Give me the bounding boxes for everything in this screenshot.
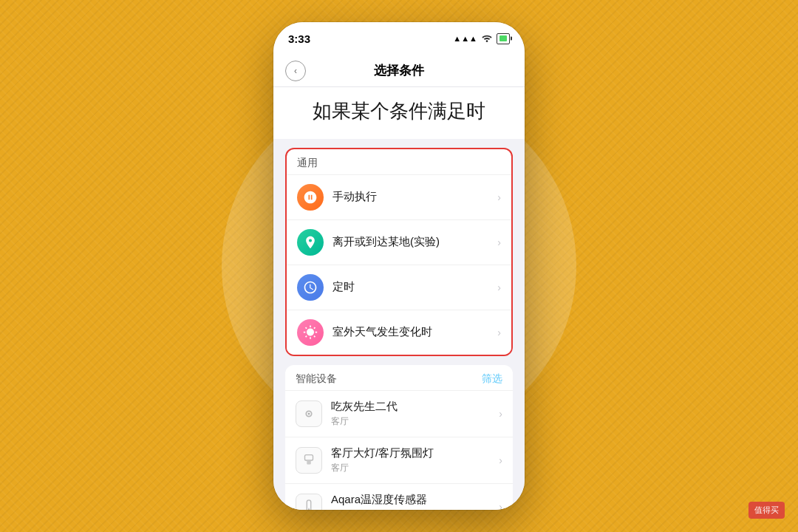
air-purifier-name: 吃灰先生二代 [331, 400, 499, 414]
manual-execute-icon [297, 184, 324, 211]
aqara-sensor-sub: 客厅 [331, 508, 499, 510]
nav-title: 选择条件 [374, 62, 424, 79]
device-aqara-sensor[interactable]: Aqara温湿度传感器 客厅 › [285, 483, 513, 510]
air-purifier-sub: 客厅 [331, 415, 499, 428]
signal-icon: ▲▲▲ [453, 34, 477, 43]
status-icons: ▲▲▲ [453, 33, 510, 44]
general-section: 通用 手动执行 › 离开或到达某地(实验) › [285, 148, 513, 356]
smart-devices-header: 智能设备 筛选 [285, 365, 513, 390]
svg-point-6 [308, 509, 310, 510]
timer-label: 定时 [332, 280, 497, 294]
aqara-sensor-info: Aqara温湿度传感器 客厅 [331, 493, 499, 510]
ceiling-light-icon [296, 447, 322, 474]
weather-item[interactable]: 室外天气发生变化时 › [287, 310, 511, 355]
svg-rect-2 [305, 454, 313, 460]
manual-execute-item[interactable]: 手动执行 › [287, 174, 511, 219]
weather-label: 室外天气发生变化时 [332, 325, 497, 339]
aqara-sensor-name: Aqara温湿度传感器 [331, 493, 499, 507]
device-ceiling-light[interactable]: 客厅大灯/客厅氛围灯 客厅 › [285, 437, 513, 483]
page-title: 如果某个条件满足时 [273, 87, 525, 139]
location-icon [297, 229, 324, 256]
aqara-sensor-chevron: › [499, 501, 502, 510]
ceiling-light-sub: 客厅 [331, 462, 499, 474]
air-purifier-icon [296, 400, 322, 427]
location-item[interactable]: 离开或到达某地(实验) › [287, 219, 511, 265]
air-purifier-info: 吃灰先生二代 客厅 [331, 400, 499, 428]
status-time: 3:33 [288, 33, 310, 45]
ceiling-light-info: 客厅大灯/客厅氛围灯 客厅 [331, 446, 499, 474]
location-label: 离开或到达某地(实验) [332, 235, 497, 249]
timer-chevron: › [497, 282, 501, 293]
smart-devices-section: 智能设备 筛选 吃灰先生二代 客厅 › [285, 365, 513, 510]
ceiling-light-name: 客厅大灯/客厅氛围灯 [331, 446, 499, 460]
status-bar: 3:33 ▲▲▲ [273, 22, 525, 55]
timer-icon [297, 274, 324, 301]
svg-rect-3 [307, 460, 311, 465]
manual-execute-label: 手动执行 [332, 190, 497, 204]
back-button[interactable]: ‹ [285, 61, 306, 81]
location-chevron: › [497, 236, 501, 248]
weather-icon [297, 319, 324, 346]
content-area: 通用 手动执行 › 离开或到达某地(实验) › [273, 139, 525, 510]
svg-point-1 [308, 412, 310, 415]
manual-execute-chevron: › [497, 191, 501, 203]
wifi-icon [481, 33, 493, 44]
ceiling-light-chevron: › [499, 454, 502, 466]
back-icon: ‹ [294, 66, 297, 76]
timer-item[interactable]: 定时 › [287, 265, 511, 310]
weather-chevron: › [497, 327, 501, 338]
filter-button[interactable]: 筛选 [482, 372, 502, 386]
aqara-sensor-icon [296, 494, 322, 510]
smart-devices-label: 智能设备 [296, 372, 337, 386]
battery-icon [497, 33, 510, 44]
device-air-purifier[interactable]: 吃灰先生二代 客厅 › [285, 390, 513, 437]
watermark: 值得买 [748, 502, 785, 519]
air-purifier-chevron: › [499, 408, 502, 420]
nav-bar: ‹ 选择条件 [273, 55, 525, 87]
phone-frame: 3:33 ▲▲▲ ‹ 选择条件 如果某个条件满足时 通用 [273, 22, 525, 510]
general-section-label: 通用 [287, 149, 511, 174]
